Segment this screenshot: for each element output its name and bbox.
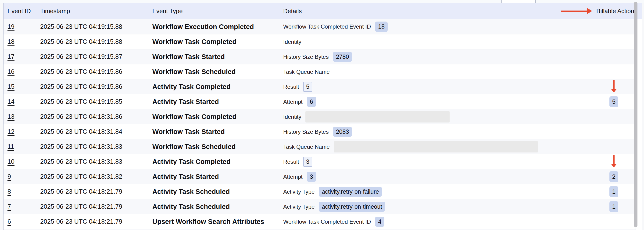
event-id-cell: 10 xyxy=(8,158,40,165)
scrollbar-thumb[interactable] xyxy=(634,2,638,227)
billable-actions-cell xyxy=(586,109,642,124)
billable-actions-cell: 1 xyxy=(586,199,642,214)
billable-actions-cell: 1 xyxy=(586,184,642,199)
event-id-link[interactable]: 9 xyxy=(8,173,11,180)
event-type-cell: Workflow Task Scheduled xyxy=(152,68,283,76)
table-row[interactable]: 62025-06-23 UTC 04:18:21.79Upsert Workfl… xyxy=(4,214,642,229)
timestamp-cell: 2025-06-23 UTC 04:18:31.86 xyxy=(40,113,152,121)
table-row[interactable]: 172025-06-23 UTC 04:19:15.87Workflow Tas… xyxy=(4,49,642,64)
timestamp-cell: 2025-06-23 UTC 04:19:15.87 xyxy=(40,53,152,60)
table-row[interactable]: 102025-06-23 UTC 04:18:31.83Activity Tas… xyxy=(4,154,642,169)
table-row[interactable]: 112025-06-23 UTC 04:18:31.83Workflow Tas… xyxy=(4,139,642,154)
event-id-link[interactable]: 15 xyxy=(8,83,14,90)
table-row[interactable]: 182025-06-23 UTC 04:19:15.88Workflow Tas… xyxy=(4,34,642,49)
column-header-billable-actions: Billable Actions xyxy=(586,8,642,15)
detail-value-badge: 3 xyxy=(307,172,316,182)
timestamp-cell: 2025-06-23 UTC 04:18:21.79 xyxy=(40,203,152,210)
event-id-link[interactable]: 6 xyxy=(8,218,11,225)
annotation-arrow-down-icon xyxy=(611,155,617,167)
event-id-link[interactable]: 18 xyxy=(8,38,14,45)
column-header-timestamp: Timestamp xyxy=(40,8,152,15)
details-cell: History Size Bytes2083 xyxy=(283,127,586,137)
detail-value-badge: activity.retry-on-failure xyxy=(319,187,382,197)
event-id-link[interactable]: 14 xyxy=(8,98,14,105)
timestamp-cell: 2025-06-23 UTC 04:19:15.88 xyxy=(40,38,152,45)
detail-label: Task Queue Name xyxy=(283,144,330,150)
event-id-link[interactable]: 10 xyxy=(8,158,14,165)
event-id-link[interactable]: 13 xyxy=(8,113,14,120)
timestamp-cell: 2025-06-23 UTC 04:18:21.79 xyxy=(40,218,152,225)
event-type-cell: Workflow Task Started xyxy=(152,128,283,136)
event-id-cell: 7 xyxy=(8,203,40,210)
billable-actions-cell xyxy=(586,64,642,79)
timestamp-cell: 2025-06-23 UTC 04:18:31.84 xyxy=(40,128,152,135)
detail-label: Workflow Task Completed Event ID xyxy=(283,218,371,225)
billable-actions-cell xyxy=(586,214,642,229)
table-row[interactable]: 142025-06-23 UTC 04:19:15.85Activity Tas… xyxy=(4,94,642,109)
event-type-cell: Workflow Task Completed xyxy=(152,113,283,121)
annotation-arrow-down-icon xyxy=(611,80,617,92)
billable-actions-cell: 5 xyxy=(586,94,642,109)
event-type-cell: Activity Task Started xyxy=(152,98,283,106)
event-id-link[interactable]: 7 xyxy=(8,203,11,210)
details-cell: Identity xyxy=(283,39,586,45)
event-id-cell: 18 xyxy=(8,38,40,45)
event-id-cell: 8 xyxy=(8,188,40,195)
billable-actions-cell xyxy=(586,139,642,154)
event-type-cell: Workflow Execution Completed xyxy=(152,23,283,31)
billable-count-badge: 1 xyxy=(610,186,618,197)
details-cell: Activity Typeactivity.retry-on-timeout xyxy=(283,202,586,212)
event-id-link[interactable]: 11 xyxy=(8,143,14,150)
column-header-event-id: Event ID xyxy=(8,8,40,15)
detail-label: Identity xyxy=(283,113,301,120)
table-row[interactable]: 132025-06-23 UTC 04:18:31.86Workflow Tas… xyxy=(4,109,642,124)
billable-actions-cell: 2 xyxy=(586,169,642,184)
event-id-cell: 9 xyxy=(8,173,40,180)
table-row[interactable]: 152025-06-23 UTC 04:19:15.86Activity Tas… xyxy=(4,79,642,94)
event-id-link[interactable]: 17 xyxy=(8,53,14,60)
table-row[interactable]: 192025-06-23 UTC 04:19:15.88Workflow Exe… xyxy=(4,19,642,34)
event-type-cell: Activity Task Scheduled xyxy=(152,188,283,196)
detail-label: Attempt xyxy=(283,174,302,180)
redacted-value-block xyxy=(334,141,538,153)
redacted-value-block xyxy=(306,111,450,123)
event-type-cell: Workflow Task Completed xyxy=(152,38,283,46)
table-row[interactable]: 82025-06-23 UTC 04:18:21.79Activity Task… xyxy=(4,184,642,199)
billable-actions-cell xyxy=(586,79,642,94)
details-cell: Result3 xyxy=(283,157,586,167)
event-type-cell: Activity Task Completed xyxy=(152,158,283,166)
table-row[interactable]: 72025-06-23 UTC 04:18:21.79Activity Task… xyxy=(4,199,642,214)
detail-label: Result xyxy=(283,84,299,90)
timestamp-cell: 2025-06-23 UTC 04:19:15.86 xyxy=(40,83,152,90)
detail-value-badge: 4 xyxy=(375,217,384,227)
event-id-cell: 13 xyxy=(8,113,40,121)
event-type-cell: Workflow Task Started xyxy=(152,53,283,61)
detail-value-badge: 2780 xyxy=(333,52,352,62)
table-row[interactable]: 162025-06-23 UTC 04:19:15.86Workflow Tas… xyxy=(4,64,642,79)
details-cell: History Size Bytes2780 xyxy=(283,52,586,62)
event-id-link[interactable]: 12 xyxy=(8,128,14,135)
column-header-event-type: Event Type xyxy=(152,8,283,15)
table-header-row: Event ID Timestamp Event Type Details Bi… xyxy=(4,3,642,19)
event-id-link[interactable]: 8 xyxy=(8,188,11,195)
details-cell: Workflow Task Completed Event ID18 xyxy=(283,22,586,32)
event-type-cell: Workflow Task Scheduled xyxy=(152,143,283,151)
event-id-cell: 16 xyxy=(8,68,40,75)
detail-value-badge: 2083 xyxy=(333,127,352,137)
event-id-link[interactable]: 16 xyxy=(8,68,14,75)
event-history-table: Event ID Timestamp Event Type Details Bi… xyxy=(3,3,642,230)
details-cell: Task Queue Name xyxy=(283,141,586,153)
event-id-cell: 11 xyxy=(8,143,40,150)
event-id-link[interactable]: 19 xyxy=(8,23,14,30)
table-row-partial xyxy=(4,229,642,230)
details-cell: Activity Typeactivity.retry-on-failure xyxy=(283,187,586,197)
detail-value-badge: activity.retry-on-timeout xyxy=(319,202,385,212)
history-events-screen: Event ID Timestamp Event Type Details Bi… xyxy=(0,0,644,230)
details-cell: Result5 xyxy=(283,82,586,92)
table-row[interactable]: 122025-06-23 UTC 04:18:31.84Workflow Tas… xyxy=(4,124,642,139)
timestamp-cell: 2025-06-23 UTC 04:19:15.86 xyxy=(40,68,152,75)
table-row[interactable]: 92025-06-23 UTC 04:18:31.82Activity Task… xyxy=(4,169,642,184)
billable-actions-cell xyxy=(586,124,642,139)
event-id-cell: 15 xyxy=(8,83,40,90)
billable-count-badge: 2 xyxy=(610,171,618,182)
